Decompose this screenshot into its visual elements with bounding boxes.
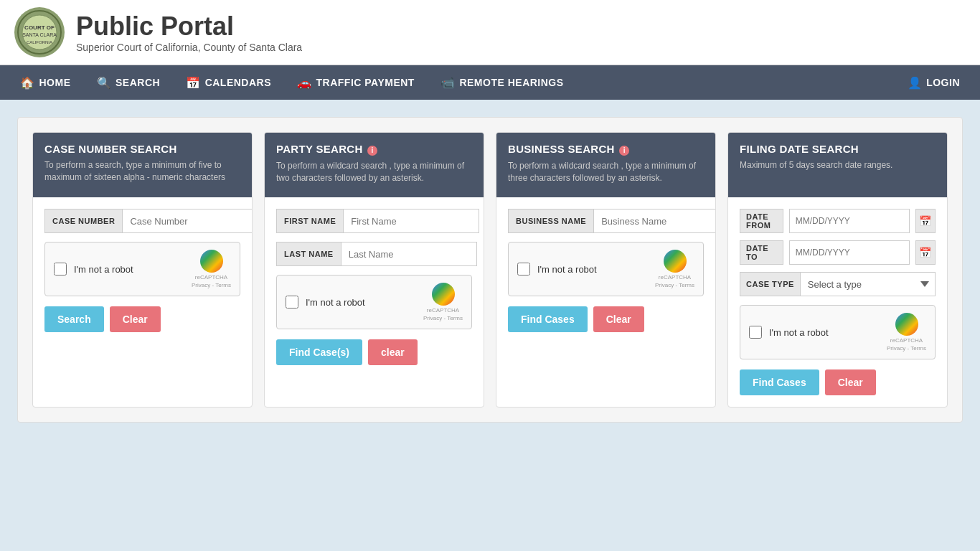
business-clear-button[interactable]: Clear [593, 306, 644, 332]
party-find-button[interactable]: Find Case(s) [276, 339, 362, 365]
case-number-label: CASE NUMBER [44, 209, 123, 233]
case-type-row: CASE TYPE Select a type [740, 272, 936, 296]
home-icon: 🏠 [20, 76, 35, 90]
business-find-button[interactable]: Find Cases [508, 306, 588, 332]
party-clear-button[interactable]: clear [368, 339, 418, 365]
case-number-captcha: I'm not a robot reCAPTCHA Privacy - Term… [44, 242, 240, 296]
business-recaptcha-terms: Privacy - Terms [655, 282, 694, 288]
video-icon: 📹 [440, 76, 456, 90]
filing-recaptcha-icon [895, 313, 918, 336]
site-header: COURT OF SANTA CLARA CALIFORNIA Public P… [0, 0, 980, 65]
nav-hearings[interactable]: 📹 REMOTE HEARINGS [428, 65, 577, 100]
party-search-body: FIRST NAME LAST NAME I'm not a robot reC… [265, 197, 484, 377]
filing-captcha: I'm not a robot reCAPTCHA Privacy - Term… [740, 305, 936, 359]
business-info-icon[interactable]: i [619, 146, 629, 156]
case-number-input[interactable] [123, 209, 253, 233]
filing-recaptcha-label: reCAPTCHA [890, 337, 923, 344]
date-from-calendar-icon[interactable]: 📅 [915, 209, 936, 233]
business-captcha-label: I'm not a robot [537, 264, 648, 275]
svg-text:SANTA CLARA: SANTA CLARA [22, 32, 57, 37]
case-type-wrapper: Select a type [801, 272, 936, 296]
svg-text:COURT OF: COURT OF [24, 24, 55, 31]
search-nav-icon: 🔍 [97, 76, 112, 90]
filing-clear-button[interactable]: Clear [825, 369, 876, 395]
date-to-row: DATE TO 📅 [740, 240, 936, 265]
business-name-label: BUSINESS NAME [508, 209, 594, 233]
party-search-buttons: Find Case(s) clear [276, 339, 472, 365]
last-name-input-row: LAST NAME [276, 242, 472, 266]
recaptcha-label: reCAPTCHA [195, 274, 227, 281]
nav-traffic-label: TRAFFIC PAYMENT [316, 77, 415, 88]
case-type-select[interactable]: Select a type [801, 272, 936, 296]
business-recaptcha-label: reCAPTCHA [659, 274, 691, 281]
case-number-search-button[interactable]: Search [44, 306, 104, 332]
nav-login[interactable]: 👤 LOGIN [895, 65, 973, 100]
site-logo: COURT OF SANTA CLARA CALIFORNIA [14, 7, 65, 57]
recaptcha-icon [200, 250, 223, 273]
nav-search[interactable]: 🔍 SEARCH [84, 65, 174, 100]
case-number-buttons: Search Clear [44, 306, 240, 332]
filing-find-button[interactable]: Find Cases [740, 369, 819, 395]
recaptcha-terms: Privacy - Terms [192, 282, 231, 288]
filing-date-header: FILING DATE SEARCH Maximum of 5 days sea… [728, 133, 947, 197]
business-search-header: BUSINESS SEARCH i To perform a wildcard … [496, 133, 715, 197]
business-captcha-checkbox[interactable] [517, 263, 530, 276]
nav-traffic[interactable]: 🚗 TRAFFIC PAYMENT [284, 65, 428, 100]
party-captcha: I'm not a robot reCAPTCHA Privacy - Term… [276, 275, 472, 329]
filing-date-title: FILING DATE SEARCH [740, 143, 936, 155]
nav-home-label: HOME [39, 77, 71, 88]
portal-title: Public Portal [76, 11, 302, 42]
party-captcha-checkbox[interactable] [286, 296, 298, 309]
date-to-input[interactable] [789, 240, 910, 265]
main-nav: 🏠 HOME 🔍 SEARCH 📅 CALENDARS 🚗 TRAFFIC PA… [0, 65, 980, 100]
case-number-captcha-label: I'm not a robot [74, 264, 184, 275]
search-container: CASE NUMBER SEARCH To perform a search, … [17, 117, 963, 423]
traffic-icon: 🚗 [297, 76, 312, 90]
party-search-title: PARTY SEARCH i [276, 143, 472, 156]
party-captcha-label: I'm not a robot [306, 297, 416, 308]
business-recaptcha-icon [664, 250, 687, 273]
business-name-input-row: BUSINESS NAME [508, 209, 704, 233]
party-info-icon[interactable]: i [367, 146, 377, 156]
captcha-logo: reCAPTCHA Privacy - Terms [192, 250, 231, 288]
first-name-label: FIRST NAME [276, 209, 344, 233]
filing-date-body: DATE FROM 📅 DATE TO 📅 CASE TYPE Select a… [728, 197, 947, 407]
business-captcha: I'm not a robot reCAPTCHA Privacy - Term… [508, 242, 704, 296]
party-search-desc: To perform a wildcard search , type a mi… [276, 160, 472, 184]
filing-captcha-checkbox[interactable] [749, 326, 762, 339]
header-title-block: Public Portal Superior Court of Californ… [76, 11, 302, 53]
last-name-input[interactable] [341, 242, 477, 266]
party-search-card: PARTY SEARCH i To perform a wildcard sea… [264, 132, 484, 408]
filing-date-desc: Maximum of 5 days search date ranges. [740, 159, 936, 171]
main-content: CASE NUMBER SEARCH To perform a search, … [0, 100, 980, 440]
filing-recaptcha-terms: Privacy - Terms [887, 345, 926, 352]
case-number-clear-button[interactable]: Clear [110, 306, 161, 332]
filing-captcha-label: I'm not a robot [769, 327, 880, 338]
date-to-label: DATE TO [740, 240, 783, 265]
first-name-input-row: FIRST NAME [276, 209, 472, 233]
nav-hearings-label: REMOTE HEARINGS [459, 77, 563, 88]
case-number-desc: To perform a search, type a minimum of f… [44, 159, 240, 184]
party-recaptcha-icon [432, 283, 455, 306]
first-name-input[interactable] [344, 209, 479, 233]
business-name-input[interactable] [594, 209, 716, 233]
nav-home[interactable]: 🏠 HOME [7, 65, 84, 100]
date-from-label: DATE FROM [740, 209, 783, 233]
nav-login-label: LOGIN [926, 77, 960, 88]
user-icon: 👤 [908, 76, 923, 90]
nav-calendars[interactable]: 📅 CALENDARS [173, 65, 284, 100]
case-number-card: CASE NUMBER SEARCH To perform a search, … [32, 132, 253, 408]
case-number-input-row: CASE NUMBER [44, 209, 240, 233]
party-search-header: PARTY SEARCH i To perform a wildcard sea… [265, 133, 484, 197]
filing-date-buttons: Find Cases Clear [740, 369, 936, 395]
case-number-header: CASE NUMBER SEARCH To perform a search, … [33, 133, 252, 197]
business-search-body: BUSINESS NAME I'm not a robot reCAPTCHA … [496, 197, 715, 344]
filing-captcha-logo: reCAPTCHA Privacy - Terms [887, 313, 926, 352]
calendar-icon: 📅 [186, 76, 201, 90]
date-from-input[interactable] [789, 209, 910, 233]
case-number-title: CASE NUMBER SEARCH [44, 143, 240, 155]
date-to-calendar-icon[interactable]: 📅 [915, 240, 936, 265]
case-number-captcha-checkbox[interactable] [54, 263, 67, 276]
last-name-label: LAST NAME [276, 242, 341, 266]
business-search-buttons: Find Cases Clear [508, 306, 704, 332]
